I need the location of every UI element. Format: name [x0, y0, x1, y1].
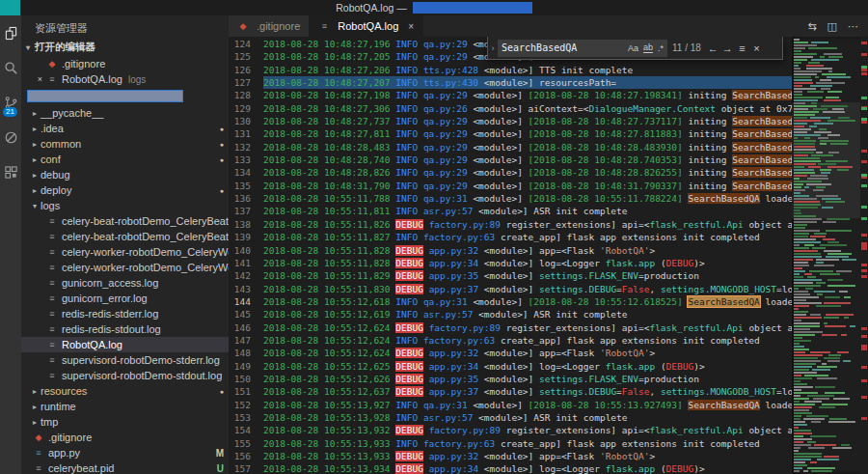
tree-item[interactable]: ▸__pycache__	[21, 105, 229, 121]
log-line[interactable]: 1282018-08-28 10:48:27,198 INFO qa.py:29…	[229, 89, 792, 101]
log-line[interactable]: 1302018-08-28 10:48:27,737 INFO qa.py:29…	[229, 115, 792, 127]
line-number: 135	[229, 180, 263, 192]
next-match-icon[interactable]: →	[720, 42, 735, 54]
open-changes-icon[interactable]: ⇆	[807, 20, 816, 33]
close-icon[interactable]: ×	[749, 42, 764, 54]
extensions-icon[interactable]	[3, 164, 18, 180]
log-line[interactable]: 1452018-08-28 10:55:12,619 INFO asr.py:5…	[229, 308, 792, 321]
whole-word-icon[interactable]: ab	[643, 42, 653, 53]
find-input[interactable]: SearchBasedQA Aa ab .*	[498, 40, 667, 57]
tree-item[interactable]: ▸resources●	[21, 383, 229, 399]
log-line[interactable]: 1492018-08-28 10:55:12,625 DEBUG app.py:…	[229, 360, 792, 373]
log-line[interactable]: 1382018-08-28 10:55:11,826 DEBUG factory…	[229, 218, 792, 231]
log-line[interactable]: 1562018-08-28 10:55:13,933 DEBUG app.py:…	[229, 450, 792, 462]
match-case-icon[interactable]: Aa	[628, 43, 638, 53]
debug-icon[interactable]	[3, 129, 18, 145]
previous-match-icon[interactable]: ←	[706, 42, 720, 54]
search-icon[interactable]	[3, 60, 18, 75]
tab--gitignore[interactable]: ◆.gitignore	[229, 15, 310, 37]
tree-item[interactable]: ≡RobotQA.log	[21, 337, 229, 352]
log-line[interactable]: 1342018-08-28 10:48:28,826 INFO qa.py:29…	[229, 166, 792, 179]
tree-item[interactable]: ≡redis-redis-stderr.log	[21, 306, 229, 321]
log-line[interactable]: 1262018-08-28 10:48:27,206 INFO tts.py:4…	[229, 64, 792, 76]
log-line[interactable]: 1402018-08-28 10:55:11,828 DEBUG app.py:…	[229, 244, 792, 257]
split-editor-icon[interactable]: ◫	[827, 20, 837, 33]
source-control-icon[interactable]: 21	[3, 95, 18, 110]
log-line[interactable]: 1312018-08-28 10:48:27,811 INFO qa.py:29…	[229, 127, 792, 140]
line-number: 144	[229, 295, 263, 308]
line-content: 2018-08-28 10:55:13,928 INFO asr.py:57 <…	[263, 411, 792, 424]
tree-item[interactable]: ≡celery-beat-robotDemo_CeleryBeat-st…	[21, 213, 229, 229]
tree-item[interactable]: ≡supervisord-robotDemo-stdout.log	[21, 368, 229, 383]
tree-item[interactable]: ▸runtime	[21, 399, 229, 414]
tree-item[interactable]: ▸deploy●	[21, 182, 229, 198]
log-line[interactable]: 1362018-08-28 10:55:11,788 INFO qa.py:31…	[229, 192, 792, 205]
tree-item[interactable]: ≡celery-worker-robotDemo_CeleryWork…	[21, 260, 229, 275]
tree-item[interactable]: ▾logs	[21, 198, 229, 213]
workspace-name-redaction[interactable]	[27, 90, 183, 102]
tree-item[interactable]: ≡celery-worker-robotDemo_CeleryWork…	[21, 244, 229, 260]
log-line[interactable]: 1292018-08-28 10:48:27,306 INFO qa.py:26…	[229, 102, 792, 115]
tree-item[interactable]: ▸tmp	[21, 414, 229, 430]
open-editor-label: .gitignore	[62, 58, 105, 70]
log-line[interactable]: 1352018-08-28 10:48:31,790 INFO qa.py:29…	[229, 180, 792, 192]
open-editor-item[interactable]: ×≡RobotQA.loglogs	[21, 71, 229, 87]
regex-icon[interactable]: .*	[658, 43, 664, 53]
tree-item[interactable]: ≡gunicorn_access.log	[21, 275, 229, 291]
log-line[interactable]: 1332018-08-28 10:48:28,740 INFO qa.py:29…	[229, 153, 792, 166]
log-line[interactable]: 1572018-08-28 10:55:13,934 DEBUG app.py:…	[229, 462, 792, 474]
tree-item[interactable]: ◆.gitignore	[21, 430, 229, 445]
tree-item[interactable]: ▸debug	[21, 167, 229, 182]
log-line[interactable]: 1412018-08-28 10:55:11,828 DEBUG app.py:…	[229, 257, 792, 269]
explorer-icon[interactable]	[3, 25, 18, 41]
file-icon: ≡	[46, 340, 58, 349]
log-line[interactable]: 1432018-08-28 10:55:11,830 DEBUG app.py:…	[229, 283, 792, 295]
line-number: 140	[229, 244, 263, 257]
tree-item[interactable]: ≡celerybeat.pidU	[21, 460, 229, 474]
tree-item[interactable]: ≡app.pyM	[21, 445, 229, 460]
file-icon: ≡	[33, 463, 44, 473]
log-line[interactable]: 1522018-08-28 10:55:13,927 INFO qa.py:31…	[229, 399, 792, 411]
log-line[interactable]: 1552018-08-28 10:55:13,933 INFO factory.…	[229, 437, 792, 450]
log-line[interactable]: 1512018-08-28 10:55:12,637 DEBUG app.py:…	[229, 385, 792, 398]
tab-robotqa-log[interactable]: ≡RobotQA.log×	[310, 15, 423, 37]
ruler-change-mark	[861, 66, 867, 69]
close-icon[interactable]: ×	[34, 74, 46, 84]
tree-item[interactable]: ≡supervisord-robotDemo-stderr.log	[21, 352, 229, 368]
tree-item-label: .gitignore	[48, 432, 92, 443]
log-line[interactable]: 1322018-08-28 10:48:28,483 INFO qa.py:29…	[229, 141, 792, 153]
line-content: 2018-08-28 10:55:11,829 DEBUG app.py:35 …	[263, 269, 792, 282]
log-line[interactable]: 1442018-08-28 10:55:12,618 INFO qa.py:31…	[229, 295, 792, 308]
find-in-selection-icon[interactable]: ≡	[735, 42, 749, 54]
modified-dot-icon: ●	[220, 141, 224, 148]
open-editors-label: 打开的编辑器	[35, 41, 95, 54]
open-editor-item[interactable]: ◆.gitignore	[21, 56, 229, 71]
log-line[interactable]: 1462018-08-28 10:55:12,624 DEBUG factory…	[229, 321, 792, 334]
open-editors-header[interactable]: ▾ 打开的编辑器	[21, 39, 229, 56]
line-number: 136	[229, 192, 263, 205]
log-line[interactable]: 1272018-08-28 10:48:27,207 INFO tts.py:4…	[229, 76, 792, 89]
tree-item[interactable]: ≡celery-beat-robotDemo_CeleryBeat-st…	[21, 229, 229, 244]
log-line[interactable]: 1482018-08-28 10:55:12,624 DEBUG app.py:…	[229, 347, 792, 359]
log-line[interactable]: 1542018-08-28 10:55:13,932 DEBUG factory…	[229, 424, 792, 436]
tree-item-label: redis-redis-stderr.log	[62, 308, 158, 320]
file-icon: ≡	[46, 293, 58, 303]
log-line[interactable]: 1502018-08-28 10:55:12,626 DEBUG app.py:…	[229, 373, 792, 385]
log-line[interactable]: 1422018-08-28 10:55:11,829 DEBUG app.py:…	[229, 269, 792, 282]
tree-item[interactable]: ≡gunicorn_error.log	[21, 291, 229, 306]
line-content: 2018-08-28 10:48:27,198 INFO qa.py:29 <m…	[263, 89, 792, 101]
log-line[interactable]: 1392018-08-28 10:55:11,827 INFO factory.…	[229, 231, 792, 243]
more-actions-icon[interactable]: ⋯	[848, 20, 858, 33]
log-line[interactable]: 1532018-08-28 10:55:13,928 INFO asr.py:5…	[229, 411, 792, 424]
log-line[interactable]: 1372018-08-28 10:55:11,811 INFO asr.py:5…	[229, 205, 792, 217]
minimap[interactable]	[792, 37, 860, 474]
toggle-replace-icon[interactable]: ›	[488, 37, 498, 59]
tree-item[interactable]: ▸.idea●	[21, 121, 229, 136]
tree-item[interactable]: ≡redis-redis-stdout.log	[21, 321, 229, 337]
tree-item[interactable]: ▸common●	[21, 136, 229, 152]
log-line[interactable]: 1472018-08-28 10:55:12,624 INFO factory.…	[229, 334, 792, 347]
ruler-error-mark	[861, 150, 867, 153]
editor-content[interactable]: 1242018-08-28 10:48:27,196 INFO qa.py:29…	[229, 37, 792, 474]
close-icon[interactable]: ×	[408, 21, 414, 32]
tree-item[interactable]: ▸conf●	[21, 152, 229, 167]
